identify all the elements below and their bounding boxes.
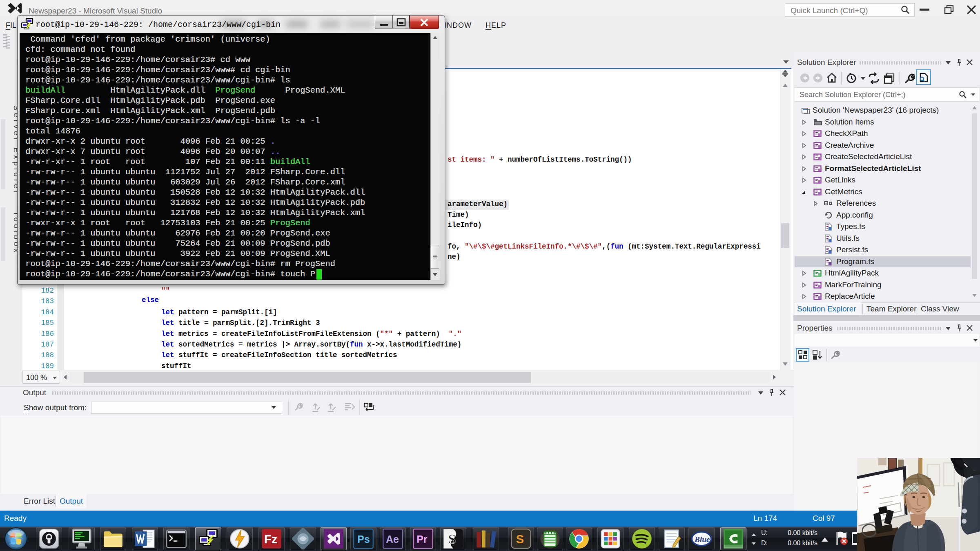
svg-text:S: S	[448, 531, 456, 547]
svg-text:Pr: Pr	[416, 533, 428, 545]
svg-text:Blue: Blue	[694, 535, 710, 544]
svg-text:Ps: Ps	[357, 533, 370, 545]
svg-text:Fz: Fz	[264, 532, 278, 546]
svg-text:Ae: Ae	[386, 533, 399, 545]
svg-text:S: S	[516, 532, 524, 546]
